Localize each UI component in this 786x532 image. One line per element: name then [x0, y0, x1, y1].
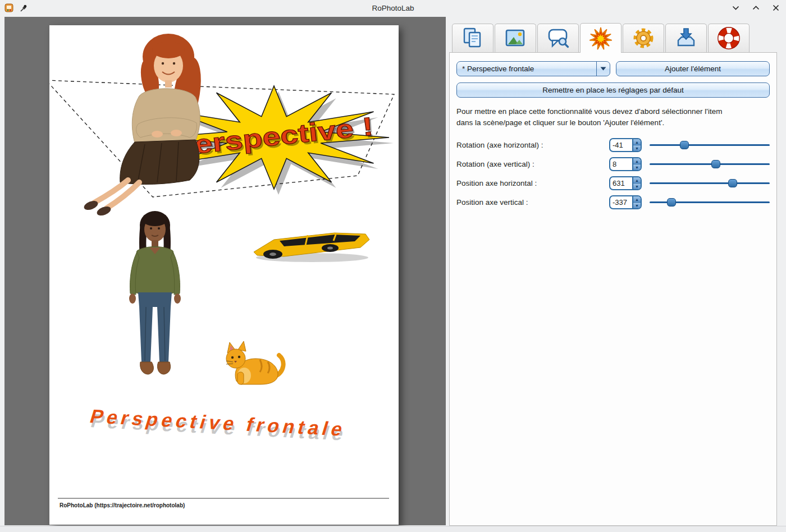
tab-bar: [449, 23, 777, 52]
canvas-area[interactable]: Perspective ! Perspective !: [4, 17, 446, 525]
effects-panel: * Perspective frontale Ajouter l'élément…: [449, 52, 777, 526]
param-row: Position axe horizontal : 631 ▲ ▼: [456, 174, 770, 193]
image-icon: [503, 26, 528, 51]
woman-redhair-item[interactable]: [83, 34, 205, 217]
scene-page[interactable]: Perspective ! Perspective !: [49, 25, 399, 525]
reset-defaults-button[interactable]: Remettre en place les réglages par défau…: [456, 82, 770, 98]
tab-import[interactable]: [665, 24, 707, 52]
close-button[interactable]: [771, 3, 780, 12]
param-label: Rotation (axe horizontal) :: [456, 141, 609, 149]
param-slider[interactable]: [650, 139, 770, 152]
tab-effects[interactable]: [580, 23, 622, 53]
param-label: Position axe horizontal :: [456, 179, 609, 187]
param-label: Position axe vertical :: [456, 198, 609, 207]
add-element-button[interactable]: Ajouter l'élément: [616, 61, 770, 76]
param-slider[interactable]: [650, 177, 770, 190]
minimize-button[interactable]: [731, 3, 740, 12]
param-label: Rotation (axe vertical) :: [456, 160, 609, 168]
spin-up-button[interactable]: ▲: [633, 196, 641, 203]
spin-down-button[interactable]: ▼: [633, 164, 641, 170]
tab-settings[interactable]: [623, 24, 664, 52]
slider-handle[interactable]: [711, 160, 720, 168]
param-spinbox-value[interactable]: 8: [610, 158, 632, 170]
spin-down-button[interactable]: ▼: [633, 145, 641, 151]
preset-combobox-value: * Perspective frontale: [462, 65, 596, 73]
slider-handle[interactable]: [680, 141, 689, 149]
spin-down-button[interactable]: ▼: [633, 184, 641, 189]
burst-icon: [588, 26, 613, 51]
spin-up-button[interactable]: ▲: [633, 139, 641, 145]
status-bar: [0, 526, 786, 532]
spin-down-button[interactable]: ▼: [633, 203, 641, 208]
slider-track[interactable]: [650, 144, 770, 146]
footer-text: RoPhotoLab (https://trajectoire.net/roph…: [60, 502, 185, 508]
titlebar: RoPhotoLab: [0, 0, 786, 17]
param-row: Rotation (axe vertical) : 8 ▲ ▼: [456, 155, 770, 174]
pages-icon: [460, 26, 485, 51]
car-item[interactable]: [254, 233, 369, 262]
chevron-down-icon[interactable]: [596, 62, 610, 76]
floor-text-item[interactable]: Perspective frontale Perspective frontal…: [88, 406, 350, 444]
param-spinbox[interactable]: 631 ▲ ▼: [609, 176, 642, 190]
spin-up-button[interactable]: ▲: [633, 177, 641, 184]
window-title: RoPhotoLab: [0, 4, 786, 12]
tab-help[interactable]: [708, 24, 750, 52]
slider-handle[interactable]: [667, 198, 676, 207]
help-icon: [716, 26, 741, 51]
cat-item[interactable]: [226, 341, 284, 384]
slider-handle[interactable]: [728, 179, 737, 187]
instructions-text: Pour mettre en place cette fonctionnalit…: [456, 106, 770, 129]
tab-pages[interactable]: [452, 24, 493, 52]
woman-greentop-item[interactable]: [129, 211, 181, 374]
tab-image[interactable]: [495, 24, 536, 52]
slider-track[interactable]: [650, 182, 770, 184]
param-spinbox[interactable]: -337 ▲ ▼: [609, 195, 642, 209]
slider-track[interactable]: [650, 163, 770, 165]
chat-icon: [546, 26, 570, 51]
maximize-button[interactable]: [751, 3, 760, 12]
param-spinbox-value[interactable]: 631: [610, 177, 632, 189]
tab-comments[interactable]: [537, 24, 579, 52]
params-list: Rotation (axe horizontal) : -41 ▲ ▼ Rota…: [456, 136, 770, 212]
param-spinbox-value[interactable]: -41: [610, 139, 632, 151]
param-row: Position axe vertical : -337 ▲ ▼: [456, 193, 770, 212]
param-row: Rotation (axe horizontal) : -41 ▲ ▼: [456, 136, 770, 155]
param-spinbox[interactable]: 8 ▲ ▼: [609, 157, 642, 171]
param-slider[interactable]: [650, 158, 770, 171]
param-slider[interactable]: [650, 196, 770, 209]
param-spinbox[interactable]: -41 ▲ ▼: [609, 138, 642, 152]
right-panel: * Perspective frontale Ajouter l'élément…: [449, 23, 777, 526]
param-spinbox-value[interactable]: -337: [610, 196, 632, 208]
spin-up-button[interactable]: ▲: [633, 158, 641, 164]
preset-combobox[interactable]: * Perspective frontale: [456, 61, 610, 76]
import-icon: [674, 26, 698, 51]
gear-icon: [631, 26, 656, 51]
